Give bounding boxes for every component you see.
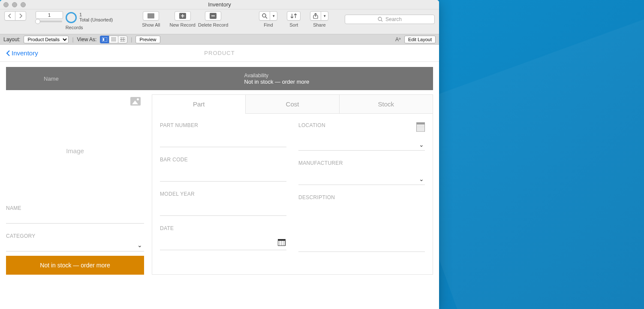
bar-code-label: BAR CODE (160, 157, 286, 163)
view-as-label: View As: (77, 36, 97, 42)
bar-code-field[interactable] (160, 164, 286, 182)
manufacturer-field[interactable]: ⌄ (298, 168, 425, 185)
show-all-button[interactable] (143, 11, 159, 21)
left-panel: Image NAME CATEGORY ⌄ Not in stock — ord… (6, 94, 144, 275)
image-icon[interactable] (130, 97, 141, 106)
find-menu-button[interactable]: ▾ (270, 11, 277, 21)
record-total: 1 (79, 12, 113, 17)
window-title: Inventory (0, 1, 439, 8)
record-slider[interactable] (36, 21, 62, 22)
svg-rect-6 (102, 37, 107, 42)
name-field[interactable] (6, 223, 144, 224)
stock-status-button[interactable]: Not in stock — order more (6, 256, 144, 275)
records-group: 1 Total (Unsorted) Records (36, 11, 113, 30)
inventory-window: Inventory 1 (0, 0, 439, 309)
search-placeholder: Search (385, 16, 402, 22)
location-field[interactable]: ⌄ (298, 133, 425, 151)
availability-value: Not in stock — order more (244, 79, 310, 85)
find-button[interactable] (259, 11, 270, 21)
next-record-button[interactable] (15, 11, 26, 21)
delete-record-button[interactable] (205, 11, 221, 21)
record-sort-state: Total (Unsorted) (79, 17, 113, 22)
name-label: NAME (6, 205, 144, 211)
new-record-button[interactable] (175, 11, 191, 21)
nav-group (4, 11, 26, 26)
description-field[interactable] (298, 200, 425, 252)
location-label: LOCATION (298, 122, 325, 128)
records-label: Records (66, 25, 83, 30)
model-year-label: MODEL YEAR (160, 191, 286, 197)
show-all-label: Show All (142, 22, 160, 27)
edit-layout-button[interactable]: Edit Layout (404, 36, 436, 43)
detail-panel: Part Cost Stock PART NUMBER BAR CODE MOD… (152, 94, 433, 275)
chevron-down-icon: ⌄ (419, 141, 424, 148)
share-menu-button[interactable]: ▾ (321, 11, 328, 21)
view-as-toggle (100, 36, 127, 43)
description-label: DESCRIPTION (298, 194, 425, 200)
new-record-label: New Record (169, 22, 196, 27)
preview-button[interactable]: Preview (135, 36, 160, 43)
share-label: Share (313, 22, 325, 27)
text-format-icon[interactable]: Aᵃ (395, 36, 401, 42)
content: Image NAME CATEGORY ⌄ Not in stock — ord… (0, 90, 439, 279)
category-label: CATEGORY (6, 233, 144, 239)
page-header: Inventory PRODUCT (0, 45, 439, 62)
find-label: Find (264, 22, 273, 27)
summary-band: Name Availability Not in stock — order m… (6, 67, 433, 90)
image-placeholder[interactable]: Image (6, 106, 144, 196)
pie-indicator-icon (66, 12, 77, 23)
chevron-down-icon: ⌄ (419, 176, 424, 182)
svg-rect-7 (103, 38, 104, 41)
svg-rect-0 (147, 13, 154, 18)
part-number-field[interactable] (160, 130, 286, 147)
tab-stock[interactable]: Stock (339, 95, 433, 113)
part-form: PART NUMBER BAR CODE MODEL YEAR DATE LOC… (152, 114, 433, 261)
calendar-icon[interactable] (278, 239, 286, 246)
view-list-button[interactable] (109, 36, 118, 43)
date-field[interactable] (160, 233, 286, 250)
titlebar: Inventory (0, 0, 439, 9)
search-icon (378, 17, 383, 22)
band-name-label: Name (14, 76, 244, 82)
svg-point-3 (262, 14, 266, 17)
part-number-label: PART NUMBER (160, 122, 286, 128)
share-button[interactable] (310, 11, 321, 21)
tab-part[interactable]: Part (152, 95, 245, 114)
tabs: Part Cost Stock (152, 95, 433, 114)
sort-label: Sort (289, 22, 298, 27)
layout-bar: Layout: Product Details | View As: | Pre… (0, 34, 439, 45)
sort-button[interactable] (287, 11, 301, 21)
search-input[interactable]: Search (345, 15, 435, 24)
date-label: DATE (160, 225, 286, 231)
chevron-down-icon: ⌄ (137, 242, 142, 248)
delete-record-label: Delete Record (198, 22, 228, 27)
toolbar: 1 Total (Unsorted) Records Show All New … (0, 9, 439, 34)
manufacturer-label: MANUFACTURER (298, 160, 425, 166)
view-table-button[interactable] (118, 36, 127, 43)
svg-point-5 (378, 17, 382, 21)
model-year-field[interactable] (160, 199, 286, 216)
layout-label: Layout: (3, 36, 20, 42)
category-field[interactable]: ⌄ (6, 251, 144, 251)
notes-icon[interactable] (416, 122, 425, 132)
record-number-input[interactable] (36, 11, 63, 19)
availability-label: Availability (244, 73, 310, 79)
tab-cost[interactable]: Cost (245, 95, 339, 113)
view-form-button[interactable] (100, 36, 109, 43)
layout-select[interactable]: Product Details (24, 36, 69, 43)
page-title: PRODUCT (0, 50, 439, 56)
prev-record-button[interactable] (4, 11, 15, 21)
